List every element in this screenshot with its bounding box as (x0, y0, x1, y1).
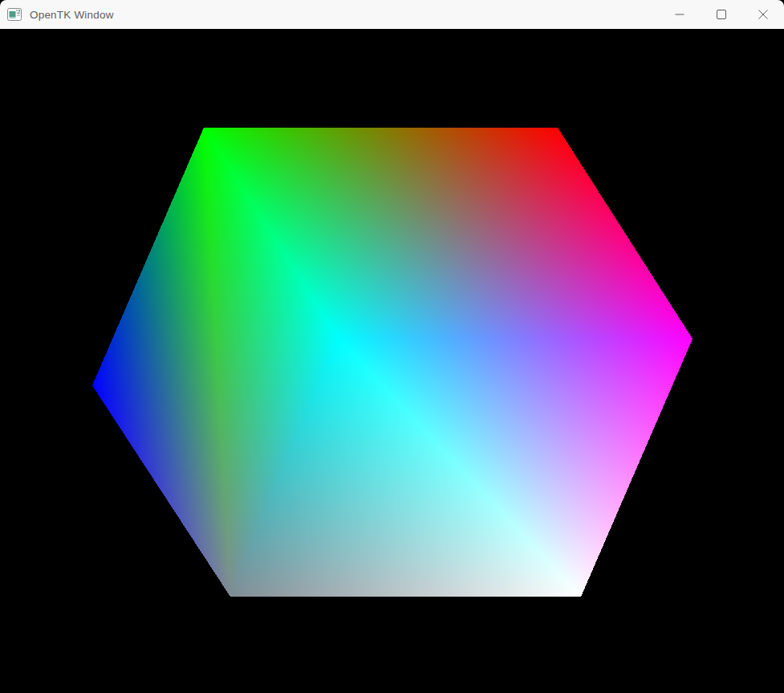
minimize-icon (675, 10, 684, 19)
window-title: OpenTK Window (30, 9, 114, 21)
maximize-button[interactable] (701, 0, 742, 29)
opentk-app-icon (7, 8, 22, 21)
close-button[interactable] (742, 0, 784, 29)
minimize-button[interactable] (659, 0, 701, 29)
maximize-icon (717, 10, 726, 19)
opentk-window: OpenTK Window (0, 0, 784, 693)
close-icon (758, 10, 768, 19)
titlebar-drag-handle[interactable]: OpenTK Window (0, 0, 784, 29)
window-controls (659, 0, 784, 29)
opengl-viewport (0, 29, 784, 693)
